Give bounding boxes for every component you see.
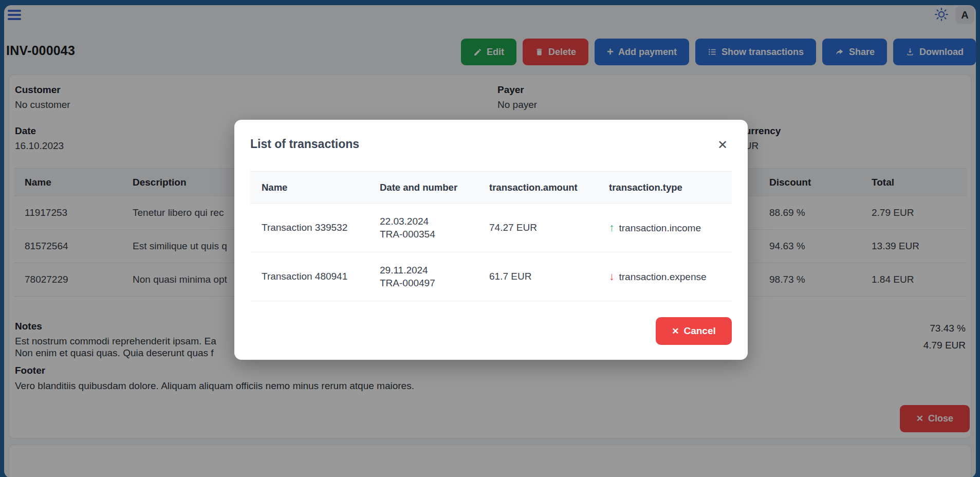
transactions-table: Name Date and number transaction.amount … [250, 171, 732, 301]
tx-type: ↓transaction.expense [598, 252, 732, 301]
tx-date: 29.11.2024 [380, 264, 478, 277]
tx-number: TRA-000497 [380, 277, 478, 289]
close-icon[interactable]: ✕ [714, 136, 731, 154]
tx-name: Transaction 339532 [250, 204, 368, 252]
table-row: Transaction 480941 29.11.2024 TRA-000497… [250, 252, 732, 301]
arrow-down-icon: ↓ [609, 270, 615, 282]
arrow-up-icon: ↑ [609, 222, 615, 233]
tx-header-type: transaction.type [598, 172, 732, 204]
tx-date-number: 29.11.2024 TRA-000497 [368, 252, 478, 301]
transactions-header-row: Name Date and number transaction.amount … [250, 172, 732, 204]
cancel-button[interactable]: ✕ Cancel [656, 317, 732, 345]
tx-header-name: Name [250, 172, 368, 204]
tx-header-amount: transaction.amount [478, 172, 598, 204]
tx-type: ↑transaction.income [598, 204, 732, 252]
cancel-button-label: Cancel [683, 325, 715, 337]
table-row: Transaction 339532 22.03.2024 TRA-000354… [250, 204, 732, 252]
tx-type-label: transaction.income [619, 223, 701, 233]
tx-amount: 61.7 EUR [478, 252, 598, 301]
modal-title: List of transactions [250, 137, 359, 151]
x-icon: ✕ [672, 326, 679, 337]
invoice-page: A INV-000043 Edit Delete + Add payment S… [0, 0, 980, 477]
tx-header-date: Date and number [368, 172, 478, 204]
tx-type-label: transaction.expense [619, 271, 707, 282]
tx-date-number: 22.03.2024 TRA-000354 [368, 204, 478, 252]
tx-amount: 74.27 EUR [478, 204, 598, 252]
tx-date: 22.03.2024 [380, 215, 478, 228]
transactions-modal: List of transactions ✕ Name Date and num… [234, 120, 748, 360]
tx-number: TRA-000354 [380, 228, 478, 241]
tx-name: Transaction 480941 [250, 252, 368, 301]
